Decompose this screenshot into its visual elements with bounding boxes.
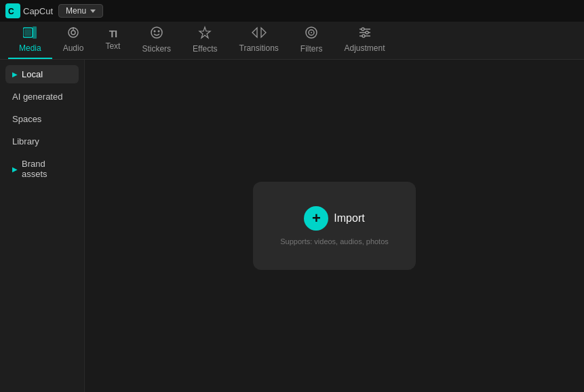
arrow-icon-local: ▶ xyxy=(12,71,18,78)
menu-button[interactable]: Menu xyxy=(58,4,103,18)
tab-text[interactable]: TI Text xyxy=(94,22,131,59)
svg-point-20 xyxy=(362,28,364,31)
tab-transitions-label: Transitions xyxy=(239,43,279,53)
audio-icon xyxy=(67,26,79,41)
effects-icon xyxy=(198,26,212,41)
sidebar-item-brand-assets[interactable]: ▶ Brand assets xyxy=(5,155,79,183)
tab-transitions[interactable]: Transitions xyxy=(229,22,290,59)
svg-point-10 xyxy=(157,31,159,33)
tab-media-label: Media xyxy=(19,43,41,53)
sidebar: ▶ Local AI generated Spaces Library ▶ Br… xyxy=(0,60,85,392)
media-icon xyxy=(23,26,37,41)
sidebar-item-local-label: Local xyxy=(22,69,43,79)
svg-rect-4 xyxy=(33,26,37,39)
filters-icon xyxy=(305,26,318,41)
svg-marker-12 xyxy=(252,28,257,37)
svg-point-22 xyxy=(362,35,365,37)
sidebar-item-local[interactable]: ▶ Local xyxy=(5,65,79,83)
stickers-icon xyxy=(150,26,163,41)
sidebar-item-library[interactable]: Library xyxy=(5,132,79,151)
sidebar-item-ai-generated[interactable]: AI generated xyxy=(5,87,79,106)
import-row: + Import xyxy=(304,206,364,231)
svg-marker-13 xyxy=(261,28,266,37)
text-icon: TI xyxy=(109,28,117,39)
menu-button-label: Menu xyxy=(66,6,86,16)
import-card[interactable]: + Import Supports: videos, audios, photo… xyxy=(253,182,416,270)
adjustment-icon xyxy=(358,26,372,41)
capcut-logo-icon: C xyxy=(5,3,20,18)
tab-text-label: Text xyxy=(105,41,120,51)
svg-point-8 xyxy=(151,27,162,38)
sidebar-item-ai-generated-label: AI generated xyxy=(12,92,62,102)
tab-effects-label: Effects xyxy=(193,44,217,54)
tab-media[interactable]: Media xyxy=(8,22,52,59)
svg-marker-11 xyxy=(199,27,210,38)
tab-audio[interactable]: Audio xyxy=(52,22,95,59)
import-plus-icon: + xyxy=(304,206,328,231)
chevron-down-icon xyxy=(90,9,96,13)
svg-text:C: C xyxy=(8,7,14,16)
import-sublabel: Supports: videos, audios, photos xyxy=(280,237,389,246)
logo: C CapCut xyxy=(5,3,53,18)
tab-filters-label: Filters xyxy=(300,44,323,54)
content-area: + Import Supports: videos, audios, photo… xyxy=(85,60,584,392)
top-nav: Media Audio TI Text Stickers xyxy=(0,22,584,60)
svg-point-16 xyxy=(311,32,312,33)
tab-effects[interactable]: Effects xyxy=(182,22,228,59)
sidebar-item-spaces-label: Spaces xyxy=(12,114,41,124)
sidebar-item-spaces[interactable]: Spaces xyxy=(5,110,79,128)
svg-point-21 xyxy=(366,31,368,34)
transitions-icon xyxy=(252,26,267,41)
tab-filters[interactable]: Filters xyxy=(290,22,334,59)
sidebar-item-library-label: Library xyxy=(12,136,39,146)
tab-stickers[interactable]: Stickers xyxy=(131,22,182,59)
sidebar-item-brand-assets-label: Brand assets xyxy=(22,159,72,179)
tab-adjustment[interactable]: Adjustment xyxy=(333,22,395,59)
svg-rect-3 xyxy=(24,29,31,36)
tab-adjustment-label: Adjustment xyxy=(344,43,385,53)
arrow-icon-brand-assets: ▶ xyxy=(12,165,18,173)
svg-point-6 xyxy=(71,31,75,35)
app-name: CapCut xyxy=(23,6,53,16)
tab-stickers-label: Stickers xyxy=(142,44,171,54)
title-bar: C CapCut Menu xyxy=(0,0,584,22)
import-label: Import xyxy=(334,212,364,224)
svg-point-9 xyxy=(153,31,155,33)
tab-audio-label: Audio xyxy=(63,43,84,53)
main-layout: ▶ Local AI generated Spaces Library ▶ Br… xyxy=(0,60,584,392)
